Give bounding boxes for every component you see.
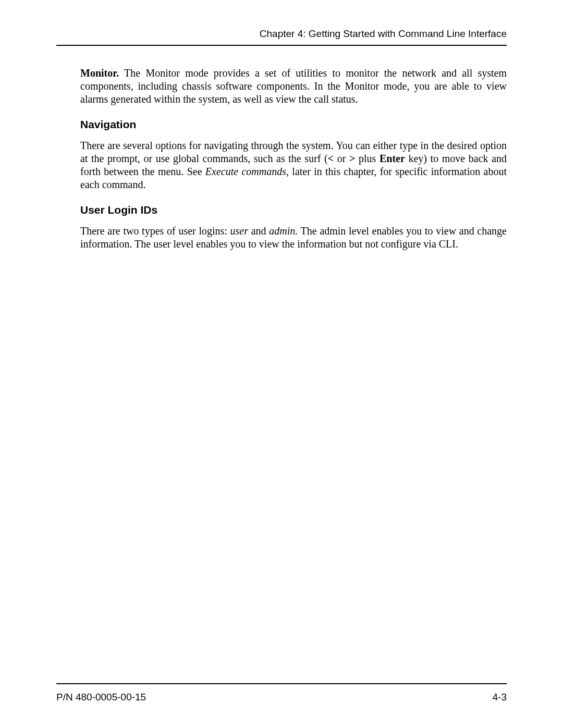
chapter-title: Chapter 4: Getting Started with Command …	[260, 28, 507, 39]
monitor-text: The Monitor mode provides a set of utili…	[80, 67, 507, 105]
login-and: and	[248, 225, 269, 237]
nav-or: or	[334, 153, 349, 164]
monitor-paragraph: Monitor. The Monitor mode provides a set…	[56, 67, 507, 106]
page-footer: P/N 480-0005-00-15 4-3	[56, 683, 507, 703]
login-text-1: There are two types of user logins:	[80, 225, 230, 237]
part-number: P/N 480-0005-00-15	[56, 692, 146, 703]
page-container: Chapter 4: Getting Started with Command …	[0, 0, 563, 728]
login-admin: admin.	[269, 225, 298, 237]
monitor-lead: Monitor.	[80, 67, 119, 79]
login-user: user	[230, 225, 248, 237]
nav-exec-cmds: Execute commands	[205, 166, 286, 177]
navigation-heading: Navigation	[56, 118, 507, 131]
page-header: Chapter 4: Getting Started with Command …	[56, 28, 507, 46]
page-number: 4-3	[493, 692, 507, 703]
nav-gt: >	[349, 153, 355, 164]
user-login-heading: User Login IDs	[56, 204, 507, 216]
nav-plus: plus	[355, 153, 380, 164]
nav-enter: Enter	[380, 153, 405, 164]
nav-lt: <	[328, 153, 334, 164]
navigation-paragraph: There are several options for navigating…	[56, 139, 507, 191]
user-login-paragraph: There are two types of user logins: user…	[56, 225, 507, 251]
